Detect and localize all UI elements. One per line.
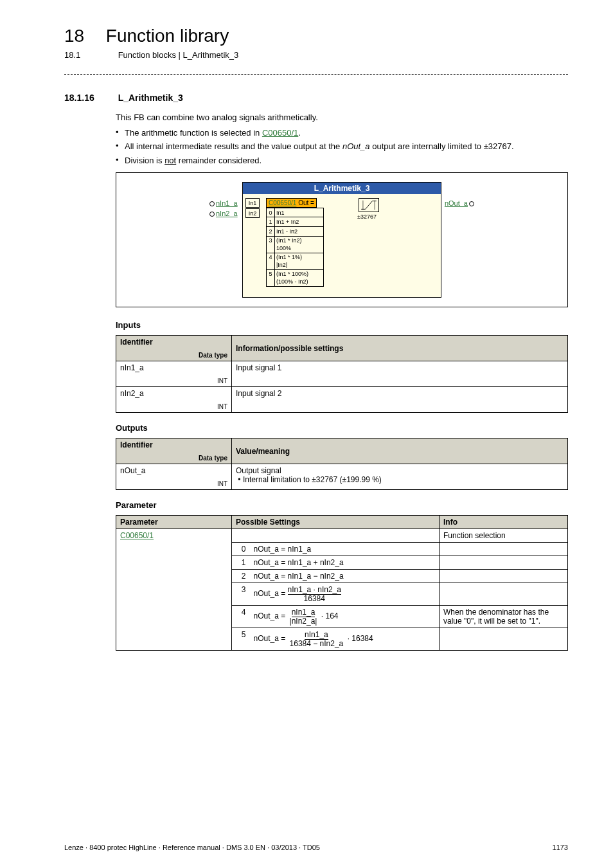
limiter-icon: [359, 198, 379, 212]
divider: [64, 74, 568, 75]
info-cell: When the denominator has the value "0", …: [440, 606, 568, 628]
subsection-title: L_Arithmetik_3: [118, 93, 183, 103]
output-desc: Output signal • Internal limitation to ±…: [232, 464, 568, 490]
function-block-box: L_Arithmetik_3 nIn1_a nIn2_a In1 In2 C00…: [242, 182, 441, 298]
chapter-number: 18: [64, 26, 84, 46]
output-id: nOut_a: [120, 466, 145, 475]
chapter-title: Function library: [106, 26, 229, 46]
inputs-table: Identifier Data type Information/possibl…: [116, 335, 568, 413]
intro-para: This FB can combine two analog signals a…: [116, 112, 568, 123]
input-desc: Input signal 1: [232, 361, 568, 387]
footer-page-number: 1173: [553, 844, 568, 851]
bullet-text: All internal intermediate results and th…: [125, 141, 568, 152]
th-datatype: Data type: [120, 352, 227, 359]
option-row: 4(In1 * 1%) |In2|: [266, 253, 324, 270]
th-info: Info: [440, 516, 568, 529]
th-settings: Possible Settings: [232, 516, 440, 529]
input-port-2: nIn2_a: [209, 210, 238, 217]
info-cell: [440, 628, 568, 651]
setting-index: 5: [232, 628, 250, 651]
italic-term: nOut_a: [342, 141, 370, 151]
setting-index: 4: [232, 606, 250, 628]
info-cell: [440, 556, 568, 570]
bullet-dot: •: [116, 155, 125, 167]
fb-title: L_Arithmetik_3: [243, 183, 441, 194]
param-link[interactable]: C00650/1: [262, 128, 298, 138]
input-desc: Input signal 2: [232, 387, 568, 413]
th-info: Information/possible settings: [232, 336, 568, 361]
input-dt: INT: [120, 377, 227, 384]
bullet-item: • The arithmetic function is selected in…: [116, 127, 568, 139]
th-identifier: Identifier Data type: [116, 336, 232, 361]
port-circle-icon: [209, 201, 215, 206]
table-row: C00650/1 Function selection: [116, 529, 568, 543]
section-title: Function blocks | L_Arithmetik_3: [118, 50, 239, 60]
settings-blank: [232, 529, 440, 543]
setting-index: 2: [232, 570, 250, 583]
option-block: C00650/1 Out = 0In1 1In1 + In2 2In1 - In…: [266, 198, 324, 287]
port-circle-icon: [209, 212, 215, 217]
bullet-item: • Division is not remainder considered.: [116, 155, 568, 167]
th-parameter: Parameter: [116, 516, 232, 529]
input-id: nIn2_a: [120, 389, 144, 398]
setting-formula: nOut_a = nIn1_a|nIn2_a| · 164: [250, 606, 440, 628]
inputs-heading: Inputs: [116, 320, 568, 330]
input-id: nIn1_a: [120, 363, 144, 372]
port-circle-icon: [469, 201, 474, 206]
option-header: C00650/1 Out =: [266, 198, 317, 208]
subsection-heading: 18.1.16 L_Arithmetik_3: [64, 93, 568, 103]
info-cell: [440, 570, 568, 583]
output-port: nOut_a: [445, 199, 474, 207]
option-row: 3(In1 * In2) 100%: [266, 237, 324, 253]
input-port-1: nIn1_a: [209, 199, 238, 207]
bullet-dot: •: [116, 127, 125, 139]
page-footer: Lenze · 8400 protec HighLine · Reference…: [64, 844, 568, 851]
page-header: 18 Function library 18.1 Function blocks…: [64, 26, 568, 60]
input-pins: In1 In2: [245, 198, 260, 219]
bullet-dot: •: [116, 141, 125, 152]
intro-block: This FB can combine two analog signals a…: [116, 112, 568, 166]
subsection-number: 18.1.16: [64, 93, 116, 103]
info-cell: Function selection: [440, 529, 568, 543]
option-row: 0In1: [266, 208, 324, 217]
section-number: 18.1: [64, 50, 116, 60]
setting-index: 1: [232, 556, 250, 570]
underline-term: not: [164, 156, 176, 165]
table-row: nIn1_aINT Input signal 1: [116, 361, 568, 387]
setting-formula: nOut_a = nIn1_a16384 − nIn2_a · 16384: [250, 628, 440, 651]
parameter-heading: Parameter: [116, 500, 568, 510]
bullet-text: Division is not remainder considered.: [125, 155, 568, 167]
diagram-frame: L_Arithmetik_3 nIn1_a nIn2_a In1 In2 C00…: [116, 172, 568, 307]
in-pin-2: In2: [245, 208, 260, 218]
option-row: 5(In1 * 100%) (100% - In2): [266, 270, 324, 287]
option-row: 2In1 - In2: [266, 227, 324, 237]
outputs-table: Identifier Data type Value/meaning nOut_…: [116, 438, 568, 490]
bullet-text: The arithmetic function is selected in C…: [125, 127, 568, 139]
setting-index: 0: [232, 543, 250, 556]
option-row: 1In1 + In2: [266, 217, 324, 227]
th-identifier: Identifier Data type: [116, 439, 232, 464]
table-row: nIn2_aINT Input signal 2: [116, 387, 568, 413]
outputs-heading: Outputs: [116, 423, 568, 433]
th-datatype: Data type: [120, 455, 227, 462]
bullet-item: • All internal intermediate results and …: [116, 141, 568, 152]
setting-formula: nOut_a = nIn1_a · nIn2_a16384: [250, 583, 440, 606]
setting-index: 3: [232, 583, 250, 606]
output-dt: INT: [120, 480, 227, 487]
input-dt: INT: [120, 403, 227, 410]
setting-formula: nOut_a = nIn1_a: [250, 543, 440, 556]
th-value: Value/meaning: [232, 439, 568, 464]
setting-formula: nOut_a = nIn1_a − nIn2_a: [250, 570, 440, 583]
setting-formula: nOut_a = nIn1_a + nIn2_a: [250, 556, 440, 570]
footer-left: Lenze · 8400 protec HighLine · Reference…: [64, 844, 320, 851]
parameter-table: Parameter Possible Settings Info C00650/…: [116, 515, 568, 651]
info-cell: [440, 543, 568, 556]
param-link[interactable]: C00650/1: [120, 531, 154, 540]
fb-body: nIn1_a nIn2_a In1 In2 C00650/1 Out = 0In…: [243, 194, 441, 297]
limiter-label: ±32767: [357, 213, 377, 220]
in-pin-1: In1: [245, 198, 260, 208]
table-row: nOut_aINT Output signal • Internal limit…: [116, 464, 568, 490]
info-cell: [440, 583, 568, 606]
